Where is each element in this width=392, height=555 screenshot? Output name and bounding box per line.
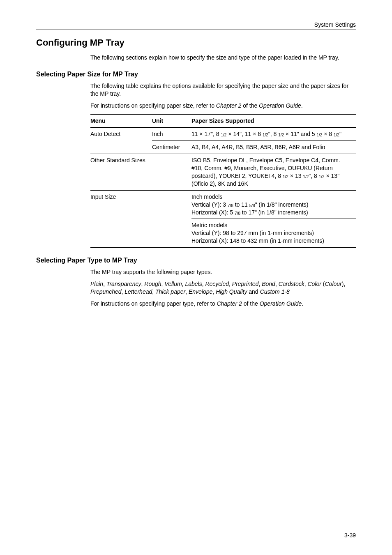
th-sizes: Paper Sizes Supported xyxy=(191,114,356,128)
table-row: Input Size Inch models Vertical (Y): 3 7… xyxy=(90,190,356,219)
cell-input-inch: Inch models Vertical (Y): 3 7/8 to 11 5/… xyxy=(191,190,356,219)
cell-other-sizes: ISO B5, Envelope DL, Envelope C5, Envelo… xyxy=(191,154,356,191)
cell-inch-sizes: 11 × 17", 8 1/2 × 14", 11 × 8 1/2", 8 1/… xyxy=(191,127,356,140)
th-menu: Menu xyxy=(90,114,152,128)
cell-auto-detect: Auto Detect xyxy=(90,127,152,154)
cell-input-label: Input Size xyxy=(90,190,191,247)
type-paragraph-3: For instructions on specifying paper typ… xyxy=(90,300,356,308)
cell-inch-label: Inch xyxy=(152,127,191,140)
cell-other-label: Other Standard Sizes xyxy=(90,154,191,191)
intro-text: The following sections explain how to sp… xyxy=(90,54,356,62)
table-row: Other Standard Sizes ISO B5, Envelope DL… xyxy=(90,154,356,191)
divider xyxy=(36,30,356,30)
table-row: Auto Detect Inch 11 × 17", 8 1/2 × 14", … xyxy=(90,127,356,140)
cell-cm-label: Centimeter xyxy=(152,141,191,154)
page-title: Configuring MP Tray xyxy=(36,37,356,48)
page-number: 3-39 xyxy=(344,532,356,539)
paper-size-table: Menu Unit Paper Sizes Supported Auto Det… xyxy=(90,114,356,248)
table-header-row: Menu Unit Paper Sizes Supported xyxy=(90,114,356,128)
breadcrumb: System Settings xyxy=(36,21,356,28)
section-heading-size: Selecting Paper Size for MP Tray xyxy=(36,71,356,78)
cell-input-metric: Metric models Vertical (Y): 98 to 297 mm… xyxy=(191,219,356,248)
type-list: Plain, Transparency, Rough, Vellum, Labe… xyxy=(90,280,356,296)
type-paragraph-1: The MP tray supports the following paper… xyxy=(90,268,356,276)
size-paragraph-1: The following table explains the options… xyxy=(90,82,356,98)
th-unit: Unit xyxy=(152,114,191,128)
size-paragraph-2: For instructions on specifying paper siz… xyxy=(90,102,356,110)
section-heading-type: Selecting Paper Type to MP Tray xyxy=(36,257,356,264)
cell-cm-sizes: A3, B4, A4, A4R, B5, B5R, A5R, B6R, A6R … xyxy=(191,141,356,154)
